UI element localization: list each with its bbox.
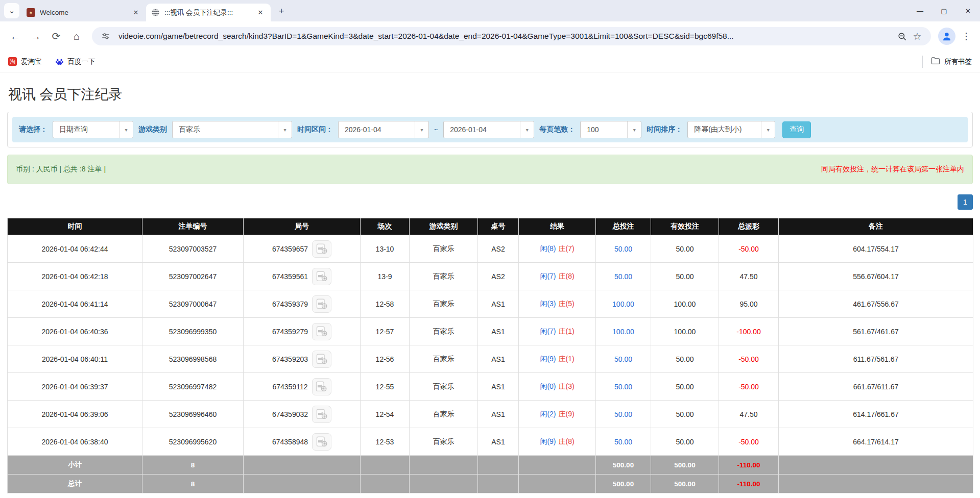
video-replay-button[interactable] [312,406,331,423]
cell-bet-id: 523096997482 [142,373,244,401]
total-bet-link[interactable]: 100.00 [612,328,634,336]
caret-down-icon[interactable]: ▾ [627,121,641,138]
cell-round: 674358948 [244,428,361,456]
all-bookmarks[interactable]: 所有书签 [922,56,972,68]
footer-cell-4 [410,475,478,493]
new-tab-button[interactable]: + [274,4,289,19]
video-replay-button[interactable] [312,351,331,368]
bookmark-baidu[interactable]: 百度一下 [55,57,95,66]
bookmark-star-icon[interactable]: ☆ [910,29,925,44]
address-bar[interactable]: videoie.com/game/betrecord_search/kind3?… [92,27,931,45]
cell-table-no: AS2 [478,263,519,290]
caret-down-icon[interactable]: ▾ [761,121,775,138]
round-number: 674358948 [272,438,308,446]
tab-welcome[interactable]: ♠ Welcome ✕ [21,4,146,21]
tab-strip: ⌄ ♠ Welcome ✕ :::视讯 会员下注纪录::: ✕ + — ▢ ✕ [0,0,980,21]
baidu-paw-icon [55,57,64,66]
video-replay-button[interactable] [312,240,331,258]
site-settings-icon[interactable] [98,29,113,44]
page-1-button[interactable]: 1 [958,194,973,210]
result-banker: 庄(8) [559,272,575,280]
cell-remark: 664.17/614.17 [779,428,973,456]
column-header-10: 备注 [779,218,973,235]
cell-time: 2026-01-04 06:38:40 [8,428,142,456]
date-start-input[interactable]: 2026-01-04 ▾ [338,121,429,138]
table-row: 2026-01-04 06:39:37523096997482674359112… [8,373,973,401]
video-replay-icon [316,409,328,419]
profile-avatar[interactable] [938,28,955,45]
tab-search-button[interactable]: ⌄ [4,3,19,18]
chevron-down-icon: ⌄ [9,6,15,15]
video-replay-button[interactable] [312,268,331,285]
total-bet-link[interactable]: 50.00 [614,272,632,281]
home-button[interactable]: ⌂ [66,26,87,46]
caret-down-icon[interactable]: ▾ [415,121,428,138]
video-replay-button[interactable] [312,295,331,313]
bookmark-label: 百度一下 [68,57,95,66]
footer-cell-0: 小计 [8,456,142,475]
cell-remark: 614.17/661.67 [779,401,973,428]
cell-game-type: 百家乐 [410,318,478,345]
reload-button[interactable]: ⟳ [46,26,66,46]
cell-payout: 47.50 [719,263,779,290]
cell-remark: 556.67/604.17 [779,263,973,290]
back-button[interactable]: ← [5,26,26,46]
cell-valid-bet: 50.00 [651,345,719,373]
cell-round: 674359657 [244,235,361,263]
search-button[interactable]: 查询 [782,121,811,138]
per-page-input[interactable]: 100 ▾ [580,121,641,138]
page-content: 视讯 会员下注纪录 请选择： 日期查询 ▾ 游戏类别 百家乐 ▾ 时间区间： 2… [0,85,980,493]
tab-close-icon[interactable]: ✕ [131,8,141,18]
date-end-input[interactable]: 2026-01-04 ▾ [443,121,534,138]
cell-time: 2026-01-04 06:42:18 [8,263,142,290]
tab-betrecord[interactable]: :::视讯 会员下注纪录::: ✕ [146,4,271,21]
total-bet-link[interactable]: 50.00 [614,410,632,418]
date-range-label: 时间区间： [297,125,333,134]
subtotal-row: 小计8500.00500.00-110.00 [8,456,973,475]
total-bet-link[interactable]: 50.00 [614,245,632,253]
game-kind-select[interactable]: 百家乐 ▾ [172,121,292,138]
video-replay-button[interactable] [312,378,331,395]
currency-total-text: 币别 : 人民币 | 总共 :8 注单 | [16,165,106,174]
video-replay-icon [316,298,328,309]
column-header-4: 游戏类别 [410,218,478,235]
minimize-button[interactable]: — [908,0,932,21]
cell-round: 674359203 [244,345,361,373]
forward-button[interactable]: → [26,26,46,46]
cell-round: 674359112 [244,373,361,401]
footer-cell-10 [779,475,973,493]
cell-game-type: 百家乐 [410,401,478,428]
total-bet-link[interactable]: 100.00 [612,300,634,308]
total-bet-link[interactable]: 50.00 [614,355,632,363]
caret-down-icon[interactable]: ▾ [278,121,292,138]
column-header-0: 时间 [8,218,142,235]
sort-label: 时间排序： [647,125,682,134]
result-player: 闲(0) [540,382,556,390]
round-number: 674359112 [272,383,307,391]
result-player: 闲(9) [540,437,556,445]
total-bet-link[interactable]: 50.00 [614,438,632,446]
tab-close-icon[interactable]: ✕ [255,8,266,18]
cell-session: 12-58 [361,290,410,318]
table-row: 2026-01-04 06:38:40523096995620674358948… [8,428,973,456]
table-row: 2026-01-04 06:39:06523096996460674359032… [8,401,973,428]
maximize-button[interactable]: ▢ [932,0,956,21]
footer-cell-8: 500.00 [651,456,719,475]
date-end-value: 2026-01-04 [444,121,520,138]
footer-cell-6 [519,475,596,493]
total-bet-link[interactable]: 50.00 [614,383,632,391]
bookmark-aitaobao[interactable]: 淘 爱淘宝 [8,57,42,66]
sort-select[interactable]: 降幂(由大到小) ▾ [687,121,775,138]
caret-down-icon[interactable]: ▾ [119,121,133,138]
video-replay-button[interactable] [312,433,331,451]
result-banker: 庄(9) [559,410,575,418]
video-replay-button[interactable] [312,323,331,340]
query-type-select[interactable]: 日期查询 ▾ [53,121,133,138]
zoom-out-icon[interactable] [894,29,910,44]
browser-menu-button[interactable]: ⋮ [958,28,975,45]
window-close-button[interactable]: ✕ [956,0,980,21]
footer-cell-2 [244,475,361,493]
caret-down-icon[interactable]: ▾ [520,121,534,138]
cell-valid-bet: 50.00 [651,401,719,428]
sort-value: 降幂(由大到小) [688,121,761,138]
